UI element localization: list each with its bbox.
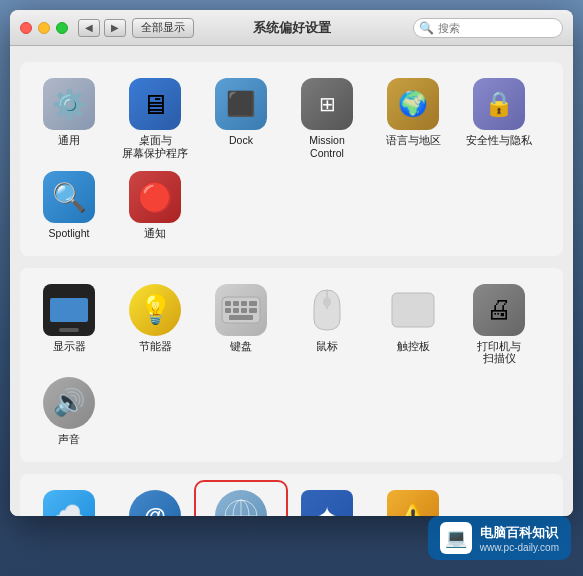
forward-button[interactable]: ▶	[104, 19, 126, 37]
watermark-title: 电脑百科知识	[480, 524, 559, 542]
sound-label: 声音	[58, 433, 80, 446]
traffic-lights	[20, 22, 68, 34]
share-icon-wrap: ⚠️	[387, 490, 439, 516]
svg-rect-9	[229, 315, 253, 320]
display-icon-wrap	[43, 284, 95, 336]
maximize-button[interactable]	[56, 22, 68, 34]
search-box: 🔍	[413, 18, 563, 38]
pref-item-share[interactable]: ⚠️ 共享	[370, 484, 456, 516]
trackpad-icon-wrap	[387, 284, 439, 336]
pref-item-sound[interactable]: 🔊 声音	[26, 371, 112, 452]
keyboard-icon-wrap	[215, 284, 267, 336]
notice-icon-wrap: 🔴	[129, 171, 181, 223]
svg-rect-7	[241, 308, 247, 313]
language-icon-wrap: 🌍	[387, 78, 439, 130]
security-label: 安全性与隐私	[466, 134, 532, 147]
sound-icon-wrap: 🔊	[43, 377, 95, 429]
display-label: 显示器	[53, 340, 86, 353]
pref-item-network[interactable]: 网络	[198, 484, 284, 516]
watermark-icon: 💻	[440, 522, 472, 554]
dock-icon-wrap: ⬛	[215, 78, 267, 130]
watermark: 💻 电脑百科知识 www.pc-daily.com	[428, 516, 571, 560]
desktop-icon-wrap: 🖥	[129, 78, 181, 130]
pref-item-internet[interactable]: @ 互联网帐户	[112, 484, 198, 516]
desktop-label: 桌面与屏幕保护程序	[122, 134, 188, 159]
pref-item-security[interactable]: 🔒 安全性与隐私	[456, 72, 542, 165]
dock-label: Dock	[229, 134, 253, 147]
printer-icon-wrap: 🖨	[473, 284, 525, 336]
watermark-text: 电脑百科知识 www.pc-daily.com	[480, 524, 559, 553]
pref-item-general[interactable]: ⚙️ 通用	[26, 72, 112, 165]
back-button[interactable]: ◀	[78, 19, 100, 37]
pref-item-printer[interactable]: 🖨 打印机与扫描仪	[456, 278, 542, 371]
spotlight-label: Spotlight	[49, 227, 90, 240]
pref-item-dock[interactable]: ⬛ Dock	[198, 72, 284, 165]
trackpad-label: 触控板	[397, 340, 430, 353]
close-button[interactable]	[20, 22, 32, 34]
network-icon-wrap	[215, 490, 267, 516]
pref-item-language[interactable]: 🌍 语言与地区	[370, 72, 456, 165]
pref-item-energy[interactable]: 💡 节能器	[112, 278, 198, 371]
pref-item-icloud[interactable]: ☁️ iCloud	[26, 484, 112, 516]
language-label: 语言与地区	[386, 134, 441, 147]
bluetooth-icon-wrap: ✦	[301, 490, 353, 516]
forward-icon: ▶	[111, 22, 119, 33]
pref-item-mouse[interactable]: 鼠标	[284, 278, 370, 371]
watermark-url: www.pc-daily.com	[480, 542, 559, 553]
security-icon-wrap: 🔒	[473, 78, 525, 130]
window-title: 系统偏好设置	[253, 19, 331, 37]
internet-icon-wrap: @	[129, 490, 181, 516]
svg-point-11	[323, 297, 331, 307]
all-display-button[interactable]: 全部显示	[132, 18, 194, 38]
mission-icon-wrap: ⊞	[301, 78, 353, 130]
section-personal: ⚙️ 通用 🖥 桌面与屏幕保护程序 ⬛ Dock ⊞ Missi	[20, 62, 563, 256]
general-label: 通用	[58, 134, 80, 147]
mouse-label: 鼠标	[316, 340, 338, 353]
keyboard-label: 键盘	[230, 340, 252, 353]
svg-rect-4	[249, 301, 257, 306]
svg-rect-12	[392, 293, 434, 327]
svg-rect-5	[225, 308, 231, 313]
pref-item-notice[interactable]: 🔴 通知	[112, 165, 198, 246]
mouse-icon-wrap	[301, 284, 353, 336]
minimize-button[interactable]	[38, 22, 50, 34]
titlebar: ◀ ▶ 全部显示 系统偏好设置 🔍	[10, 10, 573, 46]
pref-item-keyboard[interactable]: 键盘	[198, 278, 284, 371]
general-icon-wrap: ⚙️	[43, 78, 95, 130]
pref-item-trackpad[interactable]: 触控板	[370, 278, 456, 371]
pref-item-desktop[interactable]: 🖥 桌面与屏幕保护程序	[112, 72, 198, 165]
icloud-icon-wrap: ☁️	[43, 490, 95, 516]
content-area: ⚙️ 通用 🖥 桌面与屏幕保护程序 ⬛ Dock ⊞ Missi	[10, 46, 573, 516]
pref-item-bluetooth[interactable]: ✦ 蓝牙	[284, 484, 370, 516]
mission-label: MissionControl	[309, 134, 345, 159]
search-icon: 🔍	[419, 21, 434, 35]
pref-item-mission[interactable]: ⊞ MissionControl	[284, 72, 370, 165]
nav-buttons: ◀ ▶	[78, 19, 126, 37]
pref-item-spotlight[interactable]: 🔍 Spotlight	[26, 165, 112, 246]
svg-rect-8	[249, 308, 257, 313]
section-internet: ☁️ iCloud @ 互联网帐户	[20, 474, 563, 516]
back-icon: ◀	[85, 22, 93, 33]
spotlight-icon-wrap: 🔍	[43, 171, 95, 223]
notice-label: 通知	[144, 227, 166, 240]
system-preferences-window: ◀ ▶ 全部显示 系统偏好设置 🔍 ⚙️ 通用	[10, 10, 573, 516]
section-hardware: 显示器 💡 节能器	[20, 268, 563, 462]
energy-label: 节能器	[139, 340, 172, 353]
svg-rect-2	[233, 301, 239, 306]
printer-label: 打印机与扫描仪	[477, 340, 521, 365]
svg-rect-3	[241, 301, 247, 306]
svg-rect-6	[233, 308, 239, 313]
search-input[interactable]	[413, 18, 563, 38]
energy-icon-wrap: 💡	[129, 284, 181, 336]
svg-rect-1	[225, 301, 231, 306]
pref-item-display[interactable]: 显示器	[26, 278, 112, 371]
